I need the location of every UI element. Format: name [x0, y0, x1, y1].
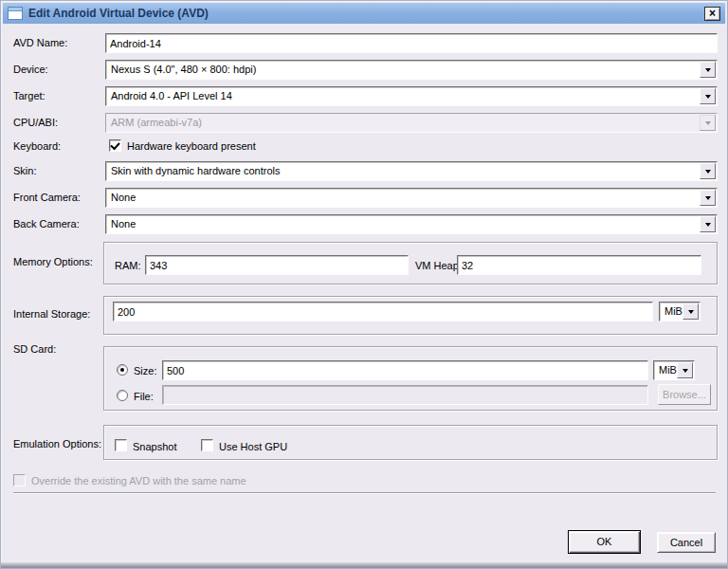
cpu-abi-value: ARM (armeabi-v7a) [111, 117, 202, 128]
back-camera-dropdown-button[interactable] [700, 216, 716, 232]
separator [13, 492, 716, 494]
skin-label: Skin: [13, 165, 36, 176]
ram-input[interactable] [145, 255, 409, 275]
use-host-gpu-checkbox[interactable] [201, 439, 213, 451]
back-camera-label: Back Camera: [13, 218, 80, 229]
skin-value: Skin with dynamic hardware controls [111, 165, 281, 176]
back-camera-select[interactable]: None [105, 214, 718, 234]
device-label: Device: [13, 64, 48, 75]
sd-size-label[interactable]: Size: [134, 365, 156, 376]
edit-avd-dialog: Edit Android Virtual Device (AVD) × AVD … [0, 0, 728, 569]
memory-options-label: Memory Options: [13, 256, 93, 267]
front-camera-value: None [111, 192, 136, 203]
sd-size-radio[interactable] [117, 364, 128, 376]
sd-file-radio[interactable] [117, 390, 128, 401]
internal-storage-input[interactable] [113, 302, 653, 321]
device-value: Nexus S (4.0", 480 × 800: hdpi) [111, 64, 256, 75]
chevron-down-icon [705, 68, 711, 72]
check-icon [110, 140, 119, 151]
keyboard-label: Keyboard: [13, 140, 61, 152]
chevron-down-icon [705, 121, 711, 125]
window-title: Edit Android Virtual Device (AVD) [28, 7, 209, 20]
titlebar[interactable]: Edit Android Virtual Device (AVD) × [3, 3, 725, 24]
vm-heap-label: VM Heap: [415, 260, 462, 271]
sd-size-unit-dropdown-button[interactable] [677, 362, 693, 378]
internal-storage-label: Internal Storage: [13, 308, 90, 320]
sd-card-label: SD Card: [13, 343, 56, 355]
target-select[interactable]: Android 4.0 - API Level 14 [105, 86, 718, 106]
device-select[interactable]: Nexus S (4.0", 480 × 800: hdpi) [105, 60, 718, 80]
cpu-abi-dropdown-button[interactable] [700, 115, 716, 131]
hardware-keyboard-option-label[interactable]: Hardware keyboard present [127, 140, 256, 152]
emulation-options-label: Emulation Options: [13, 438, 101, 450]
sd-size-input[interactable] [162, 360, 648, 380]
hardware-keyboard-checkbox[interactable] [109, 139, 121, 152]
target-value: Android 4.0 - API Level 14 [111, 90, 232, 101]
override-option-label: Override the existing AVD with the same … [31, 475, 246, 486]
browse-button[interactable]: Browse... [658, 384, 711, 405]
sd-size-unit-value: MiB [659, 364, 677, 376]
vm-heap-input[interactable] [457, 255, 701, 275]
close-icon[interactable]: × [704, 7, 720, 21]
sd-size-unit-select[interactable]: MiB [653, 360, 695, 380]
internal-storage-unit-dropdown-button[interactable] [682, 303, 699, 320]
target-dropdown-button[interactable] [700, 88, 716, 104]
cancel-button[interactable]: Cancel [657, 532, 716, 553]
chevron-down-icon [688, 310, 694, 314]
skin-dropdown-button[interactable] [700, 163, 716, 179]
override-checkbox[interactable] [13, 474, 26, 486]
avd-name-label: AVD Name: [13, 37, 67, 48]
window-frame-bottom [1, 562, 727, 568]
internal-storage-unit-select[interactable]: MiB [659, 302, 701, 321]
chevron-down-icon [705, 196, 711, 200]
emulation-options-group [103, 425, 718, 460]
front-camera-label: Front Camera: [13, 192, 81, 203]
chevron-down-icon [682, 369, 688, 373]
window-icon [8, 7, 23, 20]
device-dropdown-button[interactable] [700, 62, 716, 78]
chevron-down-icon [705, 170, 711, 174]
internal-storage-unit-value: MiB [664, 305, 682, 317]
chevron-down-icon [705, 95, 711, 99]
ram-label: RAM: [115, 260, 141, 271]
ok-button[interactable]: OK [568, 530, 641, 554]
cpu-abi-label: CPU/ABI: [13, 117, 58, 128]
cpu-abi-select[interactable]: ARM (armeabi-v7a) [105, 113, 718, 133]
radio-dot-icon [120, 368, 124, 372]
sd-file-input[interactable] [162, 385, 648, 405]
target-label: Target: [13, 90, 46, 101]
snapshot-checkbox[interactable] [115, 439, 127, 451]
snapshot-option-label[interactable]: Snapshot [133, 441, 176, 452]
use-host-gpu-option-label[interactable]: Use Host GPU [219, 441, 287, 452]
front-camera-dropdown-button[interactable] [700, 190, 716, 206]
back-camera-value: None [111, 218, 136, 229]
front-camera-select[interactable]: None [105, 188, 718, 208]
sd-file-label[interactable]: File: [134, 391, 154, 402]
chevron-down-icon [705, 223, 711, 227]
avd-name-input[interactable] [105, 33, 718, 53]
skin-select[interactable]: Skin with dynamic hardware controls [105, 161, 718, 181]
